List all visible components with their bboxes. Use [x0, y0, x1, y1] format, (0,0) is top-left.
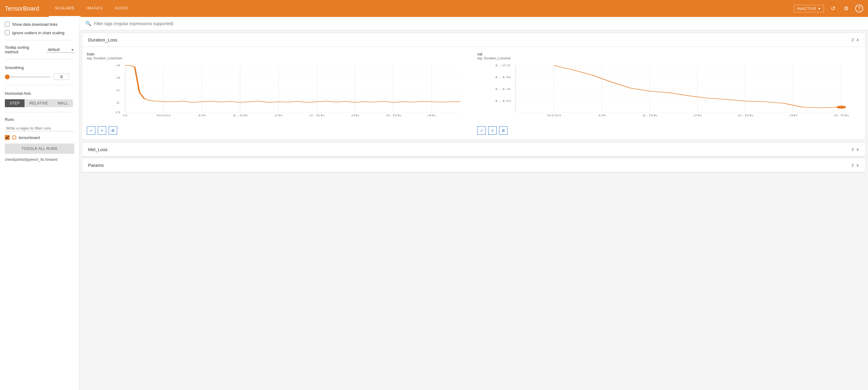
chevron-up-icon: ∧: [856, 37, 859, 42]
section-params-count: 2 ∨: [851, 163, 859, 168]
svg-text:1.18: 1.18: [494, 76, 510, 79]
divider-2: [5, 59, 74, 59]
section-duration-loss-header[interactable]: Duration_Loss 2 ∧: [82, 33, 865, 47]
section-duration-loss-title: Duration_Loss: [88, 37, 117, 42]
svg-text:4k: 4k: [427, 114, 436, 117]
nav-tabs: SCALARS IMAGES AUDIO: [49, 0, 794, 17]
refresh-icon[interactable]: ↺: [829, 4, 837, 13]
svg-text:1k: 1k: [597, 114, 607, 117]
run-name: tensorboard: [19, 136, 40, 140]
section-mel-loss-count: 2 ∨: [851, 147, 859, 152]
charts-row-duration-loss: train tag: Duration_Loss/train: [82, 47, 865, 140]
svg-text:4: 4: [116, 64, 120, 67]
smoothing-label: Smoothing: [5, 65, 74, 70]
chevron-down-icon-params: ∨: [856, 163, 859, 168]
chart-val-title: val: [477, 52, 861, 56]
ignore-outliers-label[interactable]: Ignore outliers in chart scaling: [5, 30, 74, 35]
chart-train-tag: tag: Duration_Loss/train: [87, 56, 470, 60]
section-mel-loss: Mel_Loss 2 ∨: [82, 142, 866, 157]
chevron-down-icon-mel: ∨: [856, 147, 859, 152]
svg-text:500: 500: [547, 114, 561, 117]
chart-duration-loss-train: train tag: Duration_Loss/train: [87, 52, 470, 135]
axis-wall-btn[interactable]: WALL: [53, 99, 73, 107]
smoothing-slider[interactable]: [5, 76, 50, 78]
run-item: tensorboard: [5, 135, 74, 140]
run-path: checkpoints/ljspeech_tts.forward: [5, 157, 74, 162]
runs-filter-input[interactable]: [5, 125, 74, 131]
show-download-links-label[interactable]: Show data download links: [5, 22, 74, 27]
filter-bar: 🔍: [79, 17, 868, 30]
section-duration-loss: Duration_Loss 2 ∧ train tag: Duration_Lo…: [82, 33, 866, 140]
svg-text:3k: 3k: [350, 114, 360, 117]
svg-text:500: 500: [156, 114, 171, 117]
smoothing-row: [5, 73, 74, 80]
section-params: Params 2 ∨: [82, 158, 866, 173]
topnav: TensorBoard SCALARS IMAGES AUDIO INACTIV…: [0, 0, 868, 17]
svg-text:1.22: 1.22: [494, 64, 510, 67]
help-icon[interactable]: ?: [855, 4, 863, 12]
show-download-links-checkbox[interactable]: [5, 22, 10, 27]
runs-label: Runs: [5, 117, 74, 122]
chart-val-tag: tag: Duration_Loss/val: [477, 56, 861, 60]
tooltip-sort-select[interactable]: default ascending descending nearest: [46, 47, 74, 53]
svg-text:0: 0: [123, 114, 128, 117]
section-params-title: Params: [88, 162, 104, 168]
section-params-header[interactable]: Params 2 ∨: [82, 158, 865, 172]
chevron-down-icon: ▾: [818, 6, 821, 11]
main-content: 🔍 Duration_Loss 2 ∧ train tag: Duration_…: [79, 17, 868, 390]
chart-train-data-btn[interactable]: ≡: [98, 126, 106, 135]
section-mel-loss-header[interactable]: Mel_Loss 2 ∨: [82, 143, 865, 156]
svg-text:1.5k: 1.5k: [232, 114, 248, 117]
chart-train-svg: 4 3 2 1 0 0 500 1k 1.5k 2k 2.5k 3k 3.5k: [87, 62, 470, 123]
svg-text:2k: 2k: [274, 114, 283, 117]
svg-text:2k: 2k: [693, 114, 703, 117]
chart-val-expand-btn[interactable]: ⤢: [477, 126, 486, 135]
svg-text:3k: 3k: [789, 114, 798, 117]
sidebar: Show data download links Ignore outliers…: [0, 17, 79, 390]
svg-text:1k: 1k: [197, 114, 207, 117]
chart-train-toolbar: ⤢ ≡ ⊞: [87, 126, 470, 135]
section-duration-loss-count: 2 ∧: [851, 37, 859, 42]
svg-point-52: [837, 106, 846, 109]
settings-icon[interactable]: ⚙: [842, 4, 850, 13]
divider-4: [5, 112, 74, 112]
horizontal-axis-label: Horizontal Axis: [5, 91, 74, 96]
svg-text:0: 0: [116, 111, 120, 114]
app-logo: TensorBoard: [5, 5, 39, 12]
chart-val-svg: 1.22 1.18 1.14 1.10 500 1k 1.5k 2k 2.5k …: [477, 62, 861, 123]
toggle-all-runs-button[interactable]: TOGGLE ALL RUNS: [5, 144, 74, 154]
svg-text:1.14: 1.14: [494, 88, 511, 91]
svg-text:2.5k: 2.5k: [309, 114, 325, 117]
tab-images[interactable]: IMAGES: [81, 0, 109, 17]
chart-train-expand-btn[interactable]: ⤢: [87, 126, 95, 135]
chart-duration-loss-val: val tag: Duration_Loss/val: [477, 52, 861, 135]
tooltip-select-wrap: default ascending descending nearest: [46, 47, 74, 53]
svg-text:1.5k: 1.5k: [642, 114, 658, 117]
svg-text:2: 2: [116, 89, 120, 92]
svg-text:3.5k: 3.5k: [385, 114, 402, 117]
svg-text:2.5k: 2.5k: [737, 114, 753, 117]
ignore-outliers-checkbox[interactable]: [5, 30, 10, 35]
topnav-right: INACTIVE ▾ ↺ ⚙ ?: [794, 4, 863, 13]
svg-text:1: 1: [116, 101, 120, 104]
svg-text:3.5k: 3.5k: [833, 114, 849, 117]
search-icon: 🔍: [85, 21, 91, 26]
tab-audio[interactable]: AUDIO: [108, 0, 134, 17]
axis-buttons: STEP RELATIVE WALL: [5, 99, 74, 107]
chart-train-title: train: [87, 52, 470, 56]
chart-val-zoom-btn[interactable]: ⊞: [499, 126, 507, 135]
svg-text:3: 3: [116, 76, 120, 79]
axis-step-btn[interactable]: STEP: [5, 99, 25, 107]
tooltip-row: Tooltip sorting method: default ascendin…: [5, 45, 74, 54]
status-dropdown[interactable]: INACTIVE ▾: [794, 5, 824, 12]
filter-tags-input[interactable]: [94, 21, 862, 26]
smoothing-value-input[interactable]: [54, 73, 69, 80]
svg-text:1.10: 1.10: [494, 99, 510, 102]
run-checkbox-tensorboard[interactable]: [5, 135, 10, 140]
axis-relative-btn[interactable]: RELATIVE: [25, 99, 53, 107]
run-color-dot: [12, 136, 17, 140]
chart-val-data-btn[interactable]: ≡: [488, 126, 497, 135]
chart-train-zoom-btn[interactable]: ⊞: [108, 126, 117, 135]
section-mel-loss-title: Mel_Loss: [88, 147, 107, 152]
tab-scalars[interactable]: SCALARS: [49, 0, 80, 17]
